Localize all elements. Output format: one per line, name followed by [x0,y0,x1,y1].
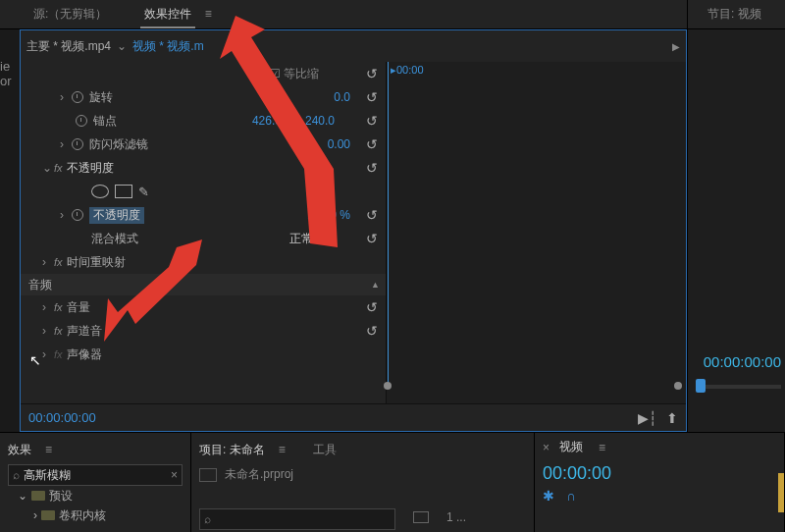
left-crop-text: ieor [0,29,20,432]
collapse-icon[interactable]: ⌄ [42,161,54,175]
expand-icon[interactable]: › [60,90,72,104]
sequence-clip-label[interactable]: 视频 * 视频.m [132,38,204,55]
sequence-timecode[interactable]: 00:00:00 [543,463,776,484]
play-around-icon[interactable]: ▶┆ [638,410,656,426]
project-search-input[interactable] [215,512,391,526]
clear-icon[interactable]: × [171,468,178,482]
effects-search-input[interactable] [24,468,171,482]
timeline-end-handle[interactable] [674,382,682,390]
expand-icon[interactable]: › [60,208,72,222]
audio-section-header[interactable]: 音频 ▲ [21,274,386,295]
program-timecode[interactable]: 00:00:00:00 [704,353,781,370]
fx-icon: fx [54,256,63,268]
panel-menu-icon[interactable]: ≡ [279,443,286,456]
fx-icon[interactable]: fx [54,301,63,313]
opacity-label: 不透明度 [89,207,144,224]
stopwatch-icon[interactable] [72,209,83,221]
reset-icon[interactable]: ↺ [366,160,378,176]
pen-mask-icon[interactable]: ✎ [138,185,149,199]
panner-row[interactable]: › fx 声像器 [21,343,386,366]
reset-icon[interactable]: ↺ [366,113,378,129]
reset-icon[interactable]: ↺ [366,323,378,339]
ellipse-mask-icon[interactable] [91,185,109,198]
clip-header: 主要 * 视频.mp4 ⌄ 视频 * 视频.m ▶ [21,30,686,62]
expand-icon[interactable]: › [42,255,54,269]
opacity-value[interactable]: 100.0 % [307,208,358,222]
sequence-panel: × 视频 ≡ 00:00:00 ✱ ∩ [535,433,785,532]
timeline-start-handle[interactable] [384,382,392,390]
snap-icon[interactable]: ✱ [543,488,554,504]
export-icon[interactable]: ⬆ [666,410,678,426]
presets-label: 预设 [49,488,73,505]
program-playhead[interactable] [696,379,706,393]
panel-menu-icon[interactable]: ≡ [45,443,52,456]
project-search[interactable]: ⌕ [199,508,395,530]
opacity-group-label: 不透明度 [67,160,114,177]
master-clip-label[interactable]: 主要 * 视频.mp4 [26,38,111,55]
opacity-row: › 不透明度 100.0 % ↺ [21,203,386,227]
chevron-down-icon[interactable]: ⌄ [117,39,127,53]
reset-icon[interactable]: ↺ [366,89,378,105]
expand-icon[interactable]: › [60,137,72,151]
flicker-label: 防闪烁滤镜 [89,136,148,153]
tab-program[interactable]: 节目: 视频 [687,0,785,28]
fx-icon[interactable]: fx [54,325,63,337]
stopwatch-icon[interactable] [76,115,87,127]
reset-icon[interactable]: ↺ [366,66,378,81]
chevron-down-icon: ⌄ [329,232,339,245]
expand-icon[interactable]: › [33,508,37,522]
effects-panel: 效果 ≡ ⌕ × ⌄ 预设 › 卷积内核 [0,433,191,532]
effects-title[interactable]: 效果 [8,442,31,458]
item-count: 1 ... [446,510,466,524]
anchor-y-value[interactable]: 240.0 [305,114,335,128]
section-collapse-icon[interactable]: ▲ [371,280,380,290]
tab-effect-controls[interactable]: 效果控件 [140,1,195,28]
rect-mask-icon[interactable] [115,185,132,198]
sequence-title[interactable]: 视频 [559,439,583,455]
bin-view-icon[interactable] [413,511,429,523]
tools-tab[interactable]: 工具 [313,442,337,458]
project-title[interactable]: 项目: 未命名 [199,442,265,458]
blend-dropdown[interactable]: 正常 ⌄ [289,231,339,247]
program-scrubber[interactable] [696,385,781,389]
reset-icon[interactable]: ↺ [366,136,378,152]
panel-menu-icon[interactable]: ≡ [205,7,212,21]
program-monitor: 00:00:00:00 [687,29,785,432]
expand-icon[interactable]: › [42,324,54,338]
panel-menu-icon[interactable]: ≡ [599,441,605,454]
reset-icon[interactable]: ↺ [366,207,378,223]
uniform-scale-label[interactable]: 等比缩 [284,67,319,80]
magnet-icon[interactable]: ∩ [566,488,576,504]
tab-source[interactable]: 源:（无剪辑） [29,0,111,28]
playhead-line[interactable] [388,62,389,386]
channel-volume-row[interactable]: › fx 声道音 ↺ [21,319,386,343]
flicker-row: › 防闪烁滤镜 0.00 ↺ [21,133,386,156]
reset-icon[interactable]: ↺ [366,231,378,246]
effects-search[interactable]: ⌕ × [8,464,183,486]
play-icon[interactable]: ▶ [672,41,680,52]
keyframe-timeline[interactable]: ▸00:00 [386,62,686,403]
effect-controls-panel: 主要 * 视频.mp4 ⌄ 视频 * 视频.m ▶ ☑ 等比缩 ↺ › 旋转 0… [20,29,687,432]
clip-edge[interactable] [778,473,784,512]
stopwatch-icon[interactable] [72,138,83,150]
time-remap-row[interactable]: › fx 时间重映射 [21,250,386,274]
stopwatch-icon[interactable] [72,91,83,103]
parameters-column: ☑ 等比缩 ↺ › 旋转 0.0 ↺ 锚点 426.0 240.0 [21,62,386,403]
fx-icon[interactable]: fx [54,162,63,174]
search-icon: ⌕ [204,512,211,526]
anchor-label: 锚点 [93,113,117,130]
collapse-icon[interactable]: ⌄ [18,489,27,503]
bin-icon[interactable] [199,468,217,482]
anchor-x-value[interactable]: 426.0 [252,114,282,128]
rotation-value[interactable]: 0.0 [334,90,358,104]
expand-icon[interactable]: › [42,300,54,314]
reset-icon[interactable]: ↺ [366,299,378,315]
volume-row[interactable]: › fx 音量 ↺ [21,295,386,319]
flicker-value[interactable]: 0.00 [328,137,358,151]
effect-controls-footer: 00:00:00:00 ▶┆ ⬆ [21,403,686,431]
tree-kernel[interactable]: › 卷积内核 [8,505,183,525]
opacity-group-row[interactable]: ⌄ fx 不透明度 ↺ [21,156,386,180]
tree-presets[interactable]: ⌄ 预设 [8,486,183,505]
timecode[interactable]: 00:00:00:00 [28,410,96,425]
expand-icon[interactable]: › [42,347,54,361]
